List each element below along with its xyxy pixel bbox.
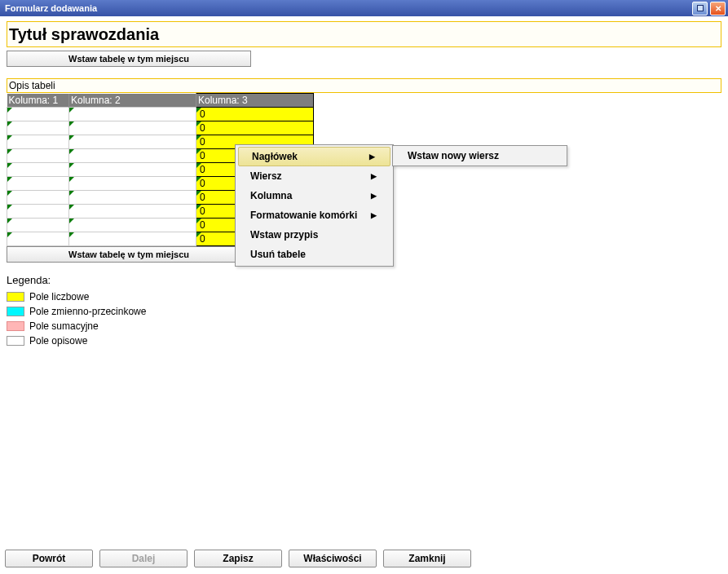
legend-row: Pole sumacyjne bbox=[7, 319, 721, 333]
ctx-item-kolumna[interactable]: Kolumna ▶ bbox=[237, 186, 391, 205]
legend-swatch bbox=[7, 321, 24, 331]
table-cell[interactable] bbox=[69, 177, 196, 191]
cell-marker-icon bbox=[69, 177, 74, 182]
table-cell[interactable] bbox=[7, 108, 69, 121]
ctx-item-naglowek[interactable]: Nagłówek ▶ bbox=[238, 147, 390, 166]
cell-marker-icon bbox=[196, 149, 201, 154]
table-cell[interactable] bbox=[7, 191, 69, 205]
column-header-2[interactable]: Kolumna: 2 bbox=[69, 94, 196, 108]
cell-marker-icon bbox=[196, 219, 201, 223]
table-cell[interactable]: 0 bbox=[196, 108, 314, 121]
ctx-item-formatowanie[interactable]: Formatowanie komórki ▶ bbox=[237, 205, 391, 225]
cell-marker-icon bbox=[7, 191, 12, 196]
close-button[interactable]: Zamknij bbox=[383, 550, 471, 567]
cell-marker-icon bbox=[196, 135, 201, 140]
report-title-input[interactable] bbox=[7, 25, 721, 44]
window-controls: ✕ bbox=[692, 2, 726, 15]
cell-marker-icon bbox=[69, 121, 74, 126]
table-cell[interactable] bbox=[7, 135, 69, 149]
ctx-label: Nagłówek bbox=[252, 151, 298, 162]
report-title-field[interactable] bbox=[7, 21, 721, 47]
cell-marker-icon bbox=[7, 177, 12, 182]
table-description-field[interactable] bbox=[7, 78, 721, 93]
chevron-right-icon: ▶ bbox=[371, 211, 377, 219]
ctx-label: Formatowanie komórki bbox=[250, 210, 357, 221]
cell-marker-icon bbox=[196, 121, 201, 126]
cell-marker-icon bbox=[69, 232, 74, 237]
chevron-right-icon: ▶ bbox=[369, 152, 375, 161]
table-description-input[interactable] bbox=[7, 80, 721, 91]
cell-marker-icon bbox=[7, 205, 12, 210]
column-header-1[interactable]: Kolumna: 1 bbox=[7, 94, 69, 108]
submenu-insert-row[interactable]: Wstaw nowy wiersz bbox=[395, 148, 565, 164]
cell-marker-icon bbox=[196, 163, 201, 168]
insert-table-button-bottom[interactable]: Wstaw tabelę w tym miejscu bbox=[7, 246, 251, 263]
cell-marker-icon bbox=[196, 108, 201, 113]
close-window-button[interactable]: ✕ bbox=[710, 2, 726, 15]
table-cell[interactable] bbox=[7, 205, 69, 219]
legend-label: Pole sumacyjne bbox=[29, 320, 99, 332]
legend-label: Pole liczbowe bbox=[29, 291, 89, 302]
ctx-label: Wstaw przypis bbox=[250, 229, 318, 241]
chevron-right-icon: ▶ bbox=[371, 192, 377, 200]
table-cell[interactable]: 0 bbox=[196, 121, 314, 135]
table-cell[interactable] bbox=[69, 205, 196, 219]
save-button[interactable]: Zapisz bbox=[194, 550, 282, 567]
bottom-bar: Powrót Dalej Zapisz Właściwości Zamknij bbox=[5, 550, 471, 567]
window-title: Formularz dodawania bbox=[5, 3, 97, 13]
maximize-button[interactable] bbox=[692, 2, 708, 15]
cell-marker-icon bbox=[69, 191, 74, 196]
cell-marker-icon bbox=[196, 177, 201, 182]
cell-marker-icon bbox=[69, 135, 74, 140]
table-cell[interactable] bbox=[69, 219, 196, 232]
titlebar: Formularz dodawania ✕ bbox=[0, 0, 728, 16]
cell-marker-icon bbox=[7, 149, 12, 154]
properties-button[interactable]: Właściwości bbox=[289, 550, 377, 567]
context-menu: Nagłówek ▶ Wiersz ▶ Kolumna ▶ Formatowan… bbox=[235, 144, 394, 267]
table-row[interactable]: 0 bbox=[7, 121, 314, 135]
table-cell[interactable] bbox=[69, 191, 196, 205]
table-cell[interactable] bbox=[69, 232, 196, 246]
legend-title: Legenda: bbox=[7, 274, 721, 286]
table-cell[interactable] bbox=[7, 163, 69, 177]
table-cell[interactable] bbox=[69, 108, 196, 121]
legend-row: Pole opisowe bbox=[7, 333, 721, 348]
table-cell[interactable] bbox=[69, 135, 196, 149]
chevron-right-icon: ▶ bbox=[371, 172, 377, 180]
cell-marker-icon bbox=[7, 163, 12, 168]
table-cell[interactable] bbox=[69, 149, 196, 163]
ctx-item-wstaw-przypis[interactable]: Wstaw przypis bbox=[237, 225, 391, 245]
insert-table-button-top[interactable]: Wstaw tabelę w tym miejscu bbox=[7, 51, 251, 67]
legend-swatch bbox=[7, 307, 24, 316]
legend-row: Pole zmienno-przecinkowe bbox=[7, 304, 721, 319]
ctx-item-wiersz[interactable]: Wiersz ▶ bbox=[237, 166, 391, 186]
table-cell[interactable] bbox=[7, 121, 69, 135]
table-cell[interactable] bbox=[7, 177, 69, 191]
submenu-label: Wstaw nowy wiersz bbox=[408, 150, 499, 161]
context-submenu: Wstaw nowy wiersz bbox=[392, 145, 567, 166]
cell-marker-icon bbox=[7, 219, 12, 223]
ctx-label: Wiersz bbox=[250, 170, 282, 182]
legend-row: Pole liczbowe bbox=[7, 289, 721, 304]
table-cell[interactable] bbox=[7, 232, 69, 246]
ctx-label: Usuń tabele bbox=[250, 249, 306, 260]
legend-label: Pole opisowe bbox=[29, 335, 87, 347]
table-row[interactable]: 0 bbox=[7, 108, 314, 121]
next-button[interactable]: Dalej bbox=[99, 550, 188, 567]
cell-marker-icon bbox=[69, 219, 74, 223]
ctx-label: Kolumna bbox=[250, 190, 292, 201]
table-cell[interactable] bbox=[7, 149, 69, 163]
cell-marker-icon bbox=[7, 108, 12, 113]
cell-marker-icon bbox=[7, 135, 12, 140]
ctx-item-usun-tabele[interactable]: Usuń tabele bbox=[237, 245, 391, 264]
legend-swatch bbox=[7, 336, 24, 346]
legend-swatch bbox=[7, 292, 24, 302]
cell-marker-icon bbox=[69, 163, 74, 168]
back-button[interactable]: Powrót bbox=[5, 550, 93, 567]
cell-marker-icon bbox=[69, 149, 74, 154]
cell-marker-icon bbox=[7, 232, 12, 237]
table-cell[interactable] bbox=[7, 219, 69, 232]
column-header-3[interactable]: Kolumna: 3 bbox=[196, 94, 314, 108]
table-cell[interactable] bbox=[69, 163, 196, 177]
table-cell[interactable] bbox=[69, 121, 196, 135]
